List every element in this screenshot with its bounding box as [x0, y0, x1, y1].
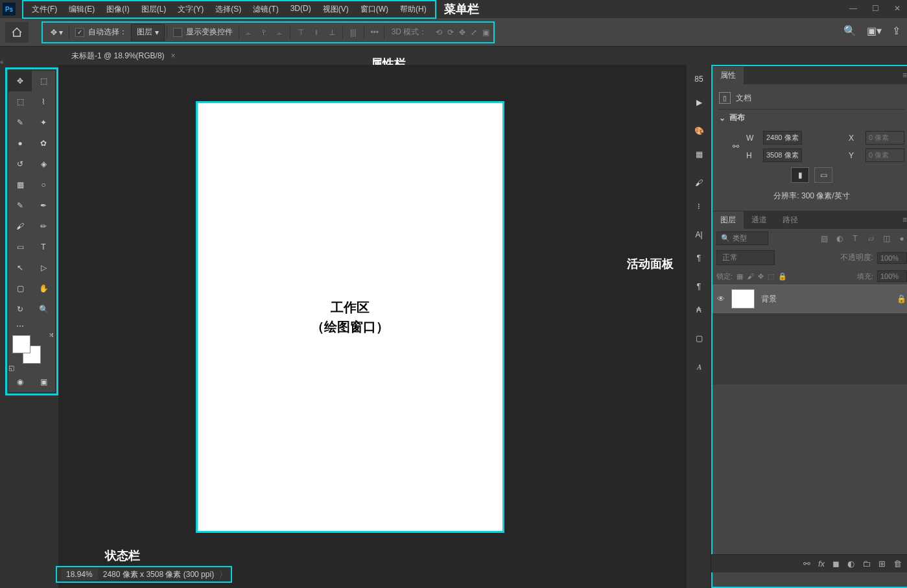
show-transform-checkbox[interactable]: 显示变换控件 — [169, 24, 237, 41]
eraser-tool[interactable]: ◈ — [32, 154, 55, 174]
strip-item-library[interactable]: ▢ — [687, 327, 711, 350]
dodge-tool[interactable]: ✎ — [8, 195, 32, 216]
doc-dimensions[interactable]: 2480 像素 x 3508 像素 (300 ppi) — [103, 569, 214, 580]
shape-tool[interactable]: ▭ — [8, 237, 32, 257]
menu-help[interactable]: 帮助(H) — [394, 2, 432, 17]
fx-icon[interactable]: fx — [818, 559, 825, 569]
new-layer-icon[interactable]: ⊞ — [878, 559, 886, 569]
panel-menu-icon[interactable]: ≡ — [902, 215, 907, 224]
mode3d-roll-icon[interactable]: ⟳ — [447, 28, 454, 37]
strip-item-paragraph2[interactable]: ¶ — [687, 275, 711, 298]
tab-close-icon[interactable]: × — [171, 51, 176, 60]
link-dimensions-icon[interactable]: ⚯ — [729, 142, 742, 151]
rotate-tool[interactable]: ↻ — [8, 299, 32, 320]
menu-3d[interactable]: 3D(D) — [285, 2, 317, 17]
menu-filter[interactable]: 滤镜(T) — [247, 2, 284, 17]
more-options-icon[interactable]: ••• — [368, 25, 382, 40]
lock-artboard-icon[interactable]: ⬚ — [768, 272, 774, 281]
direct-select-tool[interactable]: ▷ — [32, 257, 55, 278]
fill-input[interactable]: 100% — [877, 270, 907, 282]
checkbox-icon[interactable] — [75, 28, 84, 37]
blur-tool[interactable]: ○ — [32, 174, 55, 195]
mode3d-orbit-icon[interactable]: ⟲ — [436, 28, 442, 37]
close-icon[interactable]: ✕ — [891, 3, 903, 14]
clone-tool[interactable]: ✿ — [32, 133, 55, 154]
opacity-input[interactable]: 100% — [877, 252, 907, 264]
checkbox-icon[interactable] — [173, 28, 182, 37]
portrait-icon[interactable]: ▮ — [791, 167, 809, 183]
landscape-icon[interactable]: ▭ — [814, 167, 832, 183]
strip-item-85[interactable]: 85 — [687, 67, 711, 91]
strip-item-swatches[interactable]: 🎨 — [687, 119, 711, 143]
foreground-color[interactable] — [12, 335, 30, 353]
link-layers-icon[interactable]: ⚯ — [803, 559, 810, 569]
type-tool[interactable]: T — [32, 237, 55, 257]
pencil-tool[interactable]: ✏ — [32, 216, 55, 237]
lock-pixels-icon[interactable]: ▦ — [736, 272, 743, 281]
filter-toggle-icon[interactable]: ● — [897, 234, 907, 243]
eyedropper-tool[interactable]: ✎ — [8, 112, 32, 133]
healing-tool[interactable]: ✦ — [32, 112, 55, 133]
path-tool[interactable]: ↖ — [8, 257, 32, 278]
adjustment-layer-icon[interactable]: ◐ — [847, 559, 854, 569]
align-right-icon[interactable]: ⫠ — [272, 25, 287, 40]
align-bottom-icon[interactable]: ⊥ — [325, 25, 339, 40]
blend-mode-select[interactable]: 正常 — [716, 250, 775, 265]
lock-move-icon[interactable]: ✥ — [758, 272, 764, 281]
tab-channels[interactable]: 通道 — [744, 211, 775, 229]
menu-layer[interactable]: 图层(L) — [135, 2, 172, 17]
chevron-right-icon[interactable]: 〉 — [219, 569, 227, 580]
filter-image-icon[interactable]: ▧ — [819, 234, 829, 243]
panel-menu-icon[interactable]: ≡ — [902, 71, 907, 80]
hand-tool[interactable]: ✋ — [32, 278, 55, 299]
tab-paths[interactable]: 路径 — [775, 211, 806, 229]
lasso-tool[interactable]: ⌇ — [32, 91, 55, 112]
tool-indicator[interactable]: ✥ ▾ — [47, 24, 67, 41]
delete-layer-icon[interactable]: 🗑 — [893, 559, 902, 569]
mode3d-camera-icon[interactable]: ▣ — [482, 28, 489, 37]
mode3d-slide-icon[interactable]: ⤢ — [471, 28, 477, 37]
maximize-icon[interactable]: ☐ — [869, 3, 881, 14]
pen-tool[interactable]: ✒ — [32, 195, 55, 216]
menu-select[interactable]: 选择(S) — [209, 2, 247, 17]
default-colors-icon[interactable]: ◱ — [8, 364, 14, 371]
filter-shape-icon[interactable]: ▱ — [866, 234, 876, 243]
tab-layers[interactable]: 图层 — [713, 211, 744, 229]
strip-item-adjustments[interactable]: ⫶ — [687, 194, 711, 218]
strip-item-grid[interactable]: ▦ — [687, 143, 711, 166]
artboard-tool[interactable]: ⬚ — [32, 71, 55, 91]
lock-position-icon[interactable]: 🖌 — [747, 272, 754, 280]
strip-item-glyphs[interactable]: ₳ — [687, 298, 711, 322]
visibility-icon[interactable]: 👁 — [717, 294, 725, 303]
chevron-down-icon[interactable]: ⌄ — [719, 113, 725, 123]
swap-colors-icon[interactable]: ⤭ — [49, 331, 54, 338]
layer-name[interactable]: 背景 — [761, 294, 777, 305]
document-tab[interactable]: 未标题-1 @ 18.9%(RGB/8) × — [65, 48, 182, 64]
menu-image[interactable]: 图像(I) — [100, 2, 135, 17]
zoom-input[interactable]: 18.94% — [61, 569, 98, 580]
align-top-icon[interactable]: ⊤ — [294, 25, 308, 40]
distribute-h-icon[interactable]: ||| — [346, 25, 360, 40]
layer-filter-select[interactable]: 🔍 类型 — [716, 231, 768, 245]
filter-adjust-icon[interactable]: ◐ — [834, 234, 845, 243]
group-icon[interactable]: 🗀 — [862, 559, 871, 569]
tab-properties[interactable]: 属性 — [713, 67, 744, 84]
workspace-icon[interactable]: ▣▾ — [867, 25, 882, 37]
gradient-tool[interactable]: ▦ — [8, 174, 32, 195]
minimize-icon[interactable]: — — [847, 3, 859, 14]
auto-select-target[interactable]: 图层 ▾ — [131, 24, 164, 41]
width-input[interactable]: 2480 像素 — [763, 131, 802, 145]
brush-tool[interactable]: ● — [8, 133, 32, 154]
mask-icon[interactable]: ◼ — [832, 559, 840, 569]
mode3d-pan-icon[interactable]: ✥ — [459, 28, 465, 37]
canvas[interactable]: 工作区 （绘图窗口） — [198, 103, 502, 531]
auto-select-checkbox[interactable]: 自动选择： — [71, 24, 131, 41]
filter-type-icon[interactable]: T — [850, 234, 860, 243]
strip-item-character[interactable]: A| — [687, 223, 711, 246]
lock-all-icon[interactable]: 🔒 — [778, 272, 787, 281]
menu-view[interactable]: 视图(V) — [317, 2, 355, 17]
filter-smart-icon[interactable]: ◫ — [881, 234, 891, 243]
home-button[interactable] — [5, 22, 29, 43]
layer-thumbnail[interactable] — [731, 289, 755, 309]
align-middle-icon[interactable]: ⫲ — [309, 25, 324, 40]
